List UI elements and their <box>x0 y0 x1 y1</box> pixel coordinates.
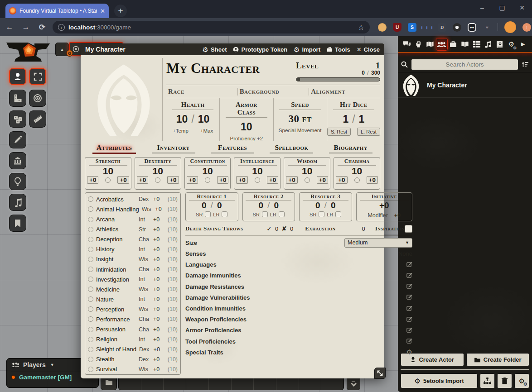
forward-button[interactable]: → <box>19 20 33 34</box>
save-proficiency-radio[interactable] <box>105 177 111 183</box>
ability-save[interactable]: +0 <box>167 176 179 184</box>
fork-extension-icon[interactable]: ⑂ <box>483 23 491 32</box>
folder-settings-button[interactable]: ⚙ ⚙ <box>514 373 529 388</box>
window-close-button[interactable]: ✕ <box>512 0 532 15</box>
edit-icon[interactable] <box>406 293 412 301</box>
special-movement-link[interactable]: Special Movement <box>279 128 322 133</box>
sheet-tab[interactable]: Attributes <box>85 143 144 156</box>
darkreader-extension-icon[interactable] <box>453 23 461 32</box>
prototype-token-button[interactable]: Prototype Token <box>233 46 287 53</box>
tab-compendium-icon[interactable] <box>494 38 506 51</box>
tab-settings-icon[interactable]: ⚙ ⚙ <box>506 38 517 51</box>
skill-row[interactable]: Acrobatics Dex +0 (10) <box>88 194 178 204</box>
skill-row[interactable]: Medicine Wis +0 (10) <box>88 284 178 294</box>
character-portrait[interactable] <box>85 58 163 141</box>
skill-row[interactable]: Survival Wis +0 (10) <box>88 364 178 374</box>
skill-row[interactable]: Animal Handling Wis +0 (10) <box>88 204 178 214</box>
ability-score[interactable]: 10 <box>352 166 362 176</box>
resource-max[interactable]: 0 <box>217 201 222 211</box>
death-fail-count[interactable]: 0 <box>290 225 293 232</box>
sheet-tab[interactable]: Features <box>203 143 262 156</box>
hd-current[interactable]: 1 <box>343 113 348 125</box>
alignment-field[interactable]: Alignment <box>309 88 380 96</box>
url-bar[interactable]: i localhost:30000/game ☆ <box>53 21 370 33</box>
ability-modifier[interactable]: +0 <box>286 176 297 184</box>
sheet-tab[interactable]: Spellbook <box>262 143 321 156</box>
skill-proficiency-radio[interactable] <box>88 217 93 222</box>
template-tool-button[interactable] <box>29 90 46 107</box>
ability-score[interactable]: 10 <box>103 166 113 176</box>
level-display[interactable]: Level 1 <box>296 61 380 71</box>
resource-label[interactable]: Resource 3 <box>303 193 348 201</box>
resource-max[interactable]: 0 <box>331 201 336 211</box>
lr-checkbox[interactable] <box>279 211 285 217</box>
short-rest-button[interactable]: S. Rest <box>327 128 351 136</box>
death-success-count[interactable]: 0 <box>275 225 278 232</box>
edit-icon[interactable] <box>406 316 412 324</box>
skill-row[interactable]: Athletics Str +0 (10) <box>88 225 178 234</box>
edit-icon[interactable] <box>406 337 412 345</box>
gear-icon[interactable]: ⚙ <box>406 348 412 356</box>
speed-value[interactable]: 30 ft <box>289 113 312 125</box>
browser-tab[interactable]: Foundry Virtual Tabletop • A Stan ✕ <box>5 4 109 18</box>
long-rest-button[interactable]: L. Rest <box>357 128 380 136</box>
skill-row[interactable]: Perception Wis +0 (10) <box>88 304 178 314</box>
skill-row[interactable]: Insight Wis +0 (10) <box>88 254 178 264</box>
box-extension-icon[interactable]: ●● <box>468 23 476 32</box>
skill-proficiency-radio[interactable] <box>88 196 93 202</box>
death-fail-icon[interactable]: ✘ <box>281 225 287 232</box>
skill-proficiency-radio[interactable] <box>88 247 93 252</box>
resource-value[interactable]: 0 <box>202 201 207 211</box>
edit-icon[interactable] <box>406 272 412 280</box>
skill-proficiency-radio[interactable] <box>88 296 93 302</box>
resource-value[interactable]: 0 <box>259 201 264 211</box>
skill-row[interactable]: History Int +0 (10) <box>88 244 178 254</box>
resource-max[interactable]: 0 <box>274 201 279 211</box>
window-minimize-button[interactable]: – <box>472 0 492 15</box>
skill-row[interactable]: Nature Int +0 (10) <box>88 294 178 304</box>
dice-tool-button[interactable] <box>9 110 26 128</box>
sr-checkbox[interactable] <box>319 211 324 217</box>
notes-tool-button[interactable] <box>9 215 26 232</box>
ability-score[interactable]: 10 <box>202 166 213 176</box>
ability-modifier[interactable]: +0 <box>137 176 148 184</box>
sheet-tab[interactable]: Inventory <box>144 143 203 156</box>
ability-save[interactable]: +0 <box>367 176 378 184</box>
ability-score[interactable]: 10 <box>153 166 163 176</box>
tab-chat-icon[interactable] <box>401 38 413 51</box>
skill-proficiency-radio[interactable] <box>88 367 93 372</box>
character-name[interactable]: My Character <box>166 61 260 76</box>
sidebar-collapse-icon[interactable]: ▶ <box>517 38 529 51</box>
skill-proficiency-radio[interactable] <box>88 306 93 312</box>
ability-score[interactable]: 10 <box>252 166 262 176</box>
folder-tree-button[interactable] <box>480 373 495 388</box>
ability-save[interactable]: +0 <box>267 176 278 184</box>
update-browser-button[interactable]: ↑ <box>522 23 531 32</box>
hp-tempmax-field[interactable]: +Max <box>200 128 213 134</box>
session-extension-icon[interactable]: S <box>408 23 416 32</box>
skill-row[interactable]: Arcana Int +0 (10) <box>88 215 178 225</box>
sheet-tab[interactable]: Biography <box>321 143 380 156</box>
close-window-button[interactable]: ✕ Close <box>357 46 380 53</box>
race-field[interactable]: Race <box>166 88 237 96</box>
ability-save[interactable]: +0 <box>217 176 228 184</box>
skill-row[interactable]: Intimidation Cha +0 (10) <box>88 264 178 274</box>
window-header[interactable]: My Character ⚙ Sheet Prototype Token ⚙ I… <box>81 43 384 55</box>
save-proficiency-radio[interactable] <box>155 177 160 183</box>
ability-name[interactable]: Intelligence <box>238 158 276 166</box>
tab-scenes-icon[interactable] <box>424 38 436 51</box>
hp-temp-field[interactable]: +Temp <box>173 128 189 134</box>
skill-proficiency-radio[interactable] <box>88 277 93 282</box>
skill-row[interactable]: Religion Int +0 (10) <box>88 335 178 344</box>
resource-label[interactable]: Resource 1 <box>189 193 235 201</box>
ability-modifier[interactable]: +0 <box>236 176 247 184</box>
tab-items-icon[interactable] <box>448 38 459 51</box>
initiative-value[interactable]: +0 <box>379 201 389 211</box>
cookie-extension-icon[interactable] <box>378 23 387 32</box>
sounds-tool-button[interactable] <box>9 194 26 211</box>
ability-modifier[interactable]: +0 <box>336 176 347 184</box>
skill-row[interactable]: Sleight of Hand Dex +0 (10) <box>88 344 178 354</box>
background-field[interactable]: Background <box>237 88 309 96</box>
ability-name[interactable]: Strength <box>89 158 127 166</box>
measure-tool-button[interactable] <box>29 110 46 128</box>
